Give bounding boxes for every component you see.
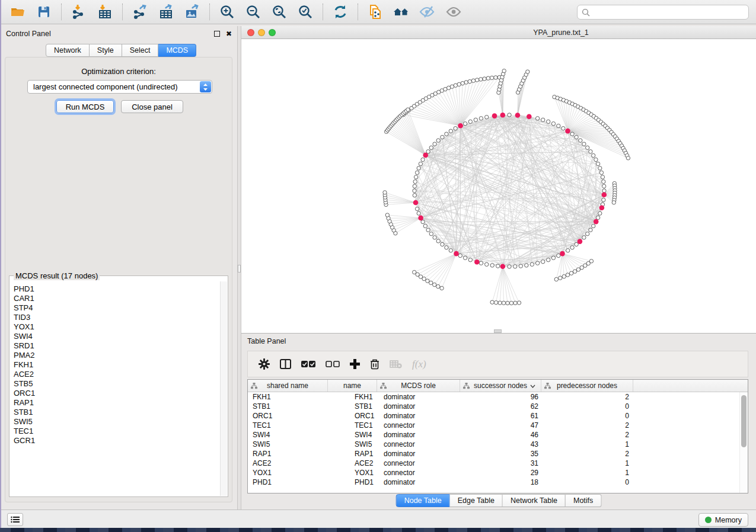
table-scrollbar-thumb[interactable] [741,395,747,447]
cell-shared-name[interactable]: RAP1 [248,450,328,458]
mcds-result-item[interactable]: STB1 [14,408,220,417]
maximize-traffic-button[interactable] [269,29,276,36]
mcds-result-item[interactable]: RAP1 [14,398,220,408]
cell-name[interactable]: SWI5 [328,440,377,448]
mcds-result-item[interactable]: STB5 [14,379,220,389]
cell-predecessor-nodes[interactable]: 2 [541,450,633,458]
cell-predecessor-nodes[interactable]: 2 [541,393,633,401]
cell-predecessor-nodes[interactable]: 0 [541,412,633,420]
cell-name[interactable]: ORC1 [328,412,377,420]
cell-mcds-role[interactable]: dominator [377,393,460,401]
import-table-button[interactable] [95,2,115,21]
hide-selected-button[interactable] [417,2,438,21]
table-row[interactable]: FKH1 FKH1 dominator 96 2 [248,392,739,402]
column-header[interactable]: successor nodes [460,380,541,392]
cell-shared-name[interactable]: ACE2 [248,459,328,467]
cell-predecessor-nodes[interactable]: 2 [541,431,633,439]
cell-mcds-role[interactable]: connector [377,421,460,430]
search-input[interactable] [593,8,744,17]
duplicate-network-button[interactable] [365,2,385,21]
cell-mcds-role[interactable]: connector [377,440,460,448]
zoom-in-button[interactable] [217,2,237,21]
table-row[interactable]: YOX1 YOX1 connector 29 1 [248,468,739,477]
table-settings-button[interactable] [259,358,270,370]
column-header[interactable]: MCDS role [377,380,460,392]
table-row[interactable]: PHD1 PHD1 dominator 18 0 [248,477,739,487]
cell-successor-nodes[interactable]: 29 [460,469,541,477]
cell-shared-name[interactable]: TEC1 [248,421,328,430]
cell-successor-nodes[interactable]: 47 [460,421,541,430]
table-panel-tab[interactable]: Network Table [503,494,566,507]
control-panel-tab[interactable]: Network [46,44,90,57]
cell-successor-nodes[interactable]: 18 [460,478,541,486]
memory-button[interactable]: Memory [698,513,748,527]
save-session-button[interactable] [34,2,54,21]
cell-predecessor-nodes[interactable]: 0 [541,478,633,486]
cell-predecessor-nodes[interactable]: 1 [541,469,633,477]
cell-shared-name[interactable]: FKH1 [248,393,328,401]
table-row[interactable]: SWI4 SWI4 dominator 46 2 [248,430,739,440]
cell-name[interactable]: RAP1 [328,450,377,458]
table-panel-tab[interactable]: Node Table [396,494,450,507]
export-network-button[interactable] [130,2,150,21]
table-panel-tab[interactable]: Motifs [566,494,601,507]
cell-predecessor-nodes[interactable]: 0 [541,402,633,411]
export-image-button[interactable] [182,2,202,21]
cell-shared-name[interactable]: PHD1 [248,478,328,486]
cell-predecessor-nodes[interactable]: 2 [541,421,633,430]
zoom-selected-button[interactable] [295,2,315,21]
cell-name[interactable]: ACE2 [328,459,377,467]
control-panel-tab[interactable]: MCDS [158,44,196,57]
cell-mcds-role[interactable]: dominator [377,402,460,411]
table-row[interactable]: RAP1 RAP1 dominator 35 2 [248,449,739,459]
close-traffic-button[interactable] [247,29,254,36]
table-scrollbar[interactable] [739,392,748,493]
cell-successor-nodes[interactable]: 96 [460,393,541,401]
table-row[interactable]: TEC1 TEC1 connector 47 2 [248,421,739,430]
cell-mcds-role[interactable]: dominator [377,450,460,458]
cell-successor-nodes[interactable]: 31 [460,459,541,467]
horizontal-splitter-handle[interactable] [494,329,502,333]
cell-predecessor-nodes[interactable]: 1 [541,459,633,467]
create-column-button[interactable] [350,359,360,369]
column-header[interactable]: shared name [248,380,328,392]
mcds-result-item[interactable]: ACE2 [14,370,220,379]
export-table-button[interactable] [156,2,176,21]
mcds-result-item[interactable]: SRD1 [14,341,220,351]
table-row[interactable]: ORC1 ORC1 dominator 61 0 [248,411,739,421]
cell-name[interactable]: TEC1 [328,421,377,430]
deselect-all-columns-button[interactable] [326,361,340,367]
cell-mcds-role[interactable]: dominator [377,412,460,420]
mcds-result-item[interactable]: SWI4 [14,332,220,341]
zoom-out-button[interactable] [243,2,263,21]
run-mcds-button[interactable]: Run MCDS [56,100,114,113]
control-panel-tab[interactable]: Style [90,44,122,57]
cell-successor-nodes[interactable]: 46 [460,431,541,439]
task-history-button[interactable] [7,513,23,526]
mcds-result-item[interactable]: GCR1 [14,436,220,446]
cell-name[interactable]: FKH1 [328,393,377,401]
cell-predecessor-nodes[interactable]: 1 [541,440,633,448]
cell-shared-name[interactable]: YOX1 [248,469,328,477]
column-header[interactable]: predecessor nodes [541,380,633,392]
cell-name[interactable]: STB1 [328,402,377,411]
float-window-button[interactable] [214,31,220,37]
cell-mcds-role[interactable]: dominator [377,431,460,439]
criterion-select[interactable]: largest connected component (undirected) [27,80,212,94]
control-panel-tab[interactable]: Select [122,44,159,57]
vertical-splitter-handle[interactable] [238,265,241,273]
zoom-fit-button[interactable] [269,2,289,21]
table-panel-tab[interactable]: Edge Table [450,494,503,507]
cell-name[interactable]: PHD1 [328,478,377,486]
cell-name[interactable]: SWI4 [328,431,377,439]
mcds-result-item[interactable]: TEC1 [14,427,220,436]
minimize-traffic-button[interactable] [258,29,265,36]
mcds-result-item[interactable]: ORC1 [14,389,220,398]
mcds-result-item[interactable]: PHD1 [14,284,220,294]
mcds-list-scrollbar[interactable] [220,281,227,496]
cell-successor-nodes[interactable]: 35 [460,450,541,458]
import-network-button[interactable] [69,2,89,21]
mcds-result-item[interactable]: SWI5 [14,417,220,427]
cell-mcds-role[interactable]: connector [377,459,460,467]
open-file-button[interactable] [8,2,28,21]
